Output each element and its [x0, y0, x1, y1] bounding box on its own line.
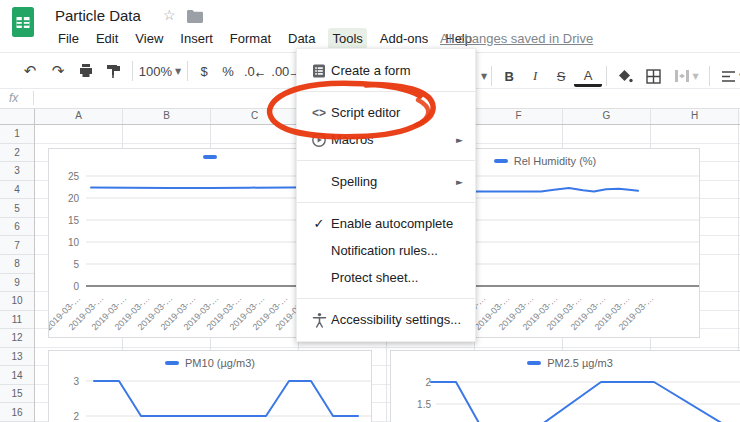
macro-play-icon [307, 132, 331, 148]
menu-item-label: Macros [331, 132, 456, 147]
select-all-corner[interactable] [0, 107, 35, 125]
code-icon: <> [307, 106, 331, 120]
svg-text:15: 15 [68, 215, 80, 226]
zoom-select[interactable]: 100%▼ [137, 58, 183, 84]
svg-text:25: 25 [68, 171, 80, 182]
form-icon [307, 63, 331, 79]
arrow-left-icon: ← [256, 69, 264, 80]
toolbar-separator [187, 61, 188, 81]
menubar-item-tools[interactable]: Tools [328, 28, 366, 49]
menu-item-spelling[interactable]: Spelling► [297, 168, 475, 195]
row-header-14[interactable]: 14 [0, 366, 34, 385]
menu-item-label: Create a form [331, 63, 475, 78]
menu-item-macros[interactable]: Macros► [297, 126, 475, 153]
row-header-2[interactable]: 2 [0, 144, 34, 163]
sheets-logo-icon[interactable] [11, 7, 35, 37]
chevron-down-icon: ▼ [481, 72, 487, 81]
paint-format-icon [106, 63, 122, 79]
check-icon: ✓ [307, 216, 331, 231]
align-left-icon [721, 70, 736, 83]
strikethrough-button[interactable]: S [548, 63, 574, 89]
svg-text:1.5: 1.5 [417, 399, 431, 410]
save-status-link[interactable]: All changes saved in Drive [440, 31, 593, 46]
row-header-9[interactable]: 9 [0, 274, 34, 293]
menu-separator [297, 202, 475, 203]
row-header-6[interactable]: 6 [0, 218, 34, 237]
redo-button[interactable]: ↷ [44, 58, 72, 84]
menu-item-accessibility-settings[interactable]: Accessibility settings... [297, 306, 475, 333]
row-header-10[interactable]: 10 [0, 292, 34, 311]
row-header-15[interactable]: 15 [0, 385, 34, 404]
chart-pm25[interactable]: 21.5PM2.5 µg/m3 [390, 350, 740, 422]
chart-legend: PM10 (µg/m3) [49, 357, 371, 369]
chart-pm10[interactable]: 32PM10 (µg/m3) [48, 350, 372, 422]
row-header-1[interactable]: 1 [0, 125, 34, 144]
svg-text:20: 20 [68, 193, 80, 204]
paint-format-button[interactable] [100, 58, 128, 84]
row-header-16[interactable]: 16 [0, 403, 34, 422]
column-header-f[interactable]: F [475, 107, 563, 124]
borders-icon [646, 69, 661, 84]
row-header-11[interactable]: 11 [0, 311, 34, 330]
submenu-arrow-icon: ► [456, 177, 463, 187]
svg-text:3: 3 [73, 376, 79, 387]
menu-item-script-editor[interactable]: <>Script editor [297, 99, 475, 126]
menubar-item-view[interactable]: View [131, 28, 167, 49]
print-icon [78, 63, 94, 79]
menu-bar: FileEditViewInsertFormatDataToolsAdd-ons… [54, 28, 476, 49]
horizontal-align-button[interactable]: ▼ [714, 63, 740, 89]
chart-legend: PM2.5 µg/m3 [391, 357, 740, 369]
column-header-g[interactable]: G [563, 107, 651, 124]
menu-item-notification-rules[interactable]: Notification rules... [297, 237, 475, 264]
menu-item-protect-sheet[interactable]: Protect sheet... [297, 264, 475, 291]
row-header-5[interactable]: 5 [0, 199, 34, 218]
merge-cells-button[interactable]: ▼ [667, 63, 705, 89]
menu-item-create-a-form[interactable]: Create a form [297, 57, 475, 84]
fill-color-button[interactable] [611, 63, 639, 89]
bold-button[interactable]: B [496, 63, 522, 89]
menubar-item-format[interactable]: Format [226, 28, 275, 49]
menubar-item-insert[interactable]: Insert [176, 28, 217, 49]
column-header-b[interactable]: B [123, 107, 211, 124]
svg-text:5: 5 [73, 259, 79, 270]
menu-item-enable-autocomplete[interactable]: ✓Enable autocomplete [297, 210, 475, 237]
document-title[interactable]: Particle Data [55, 7, 141, 24]
row-header-4[interactable]: 4 [0, 181, 34, 200]
fx-label: fx [9, 91, 18, 105]
column-header-a[interactable]: A [35, 107, 123, 124]
toolbar-separator [606, 66, 607, 86]
menu-item-label: Spelling [331, 174, 456, 189]
column-header-c[interactable]: C [211, 107, 299, 124]
decrease-decimal-button[interactable]: .0← [240, 58, 268, 84]
row-header-8[interactable]: 8 [0, 255, 34, 274]
print-button[interactable] [72, 58, 100, 84]
row-header-13[interactable]: 13 [0, 348, 34, 367]
format-percent-button[interactable]: % [216, 58, 240, 84]
svg-text:2: 2 [73, 411, 79, 422]
italic-button[interactable]: I [522, 63, 548, 89]
menubar-item-edit[interactable]: Edit [92, 28, 122, 49]
row-headers: 12345678910111213141516 [0, 125, 35, 422]
legend-line-marker-icon [527, 361, 541, 365]
menu-separator [297, 160, 475, 161]
legend-label: Rel Humidity (%) [514, 155, 597, 167]
formula-bar-separator [33, 91, 34, 105]
merge-cells-icon [674, 69, 690, 83]
text-color-button[interactable]: A [574, 66, 602, 87]
menubar-item-add-ons[interactable]: Add-ons [376, 28, 432, 49]
menubar-item-file[interactable]: File [54, 28, 83, 49]
column-header-h[interactable]: H [651, 107, 739, 124]
menubar-item-data[interactable]: Data [284, 28, 319, 49]
borders-button[interactable] [639, 63, 667, 89]
row-header-12[interactable]: 12 [0, 329, 34, 348]
legend-label: PM10 (µg/m3) [185, 357, 255, 369]
menu-item-label: Accessibility settings... [331, 312, 475, 327]
undo-button[interactable]: ↶ [16, 58, 44, 84]
row-header-3[interactable]: 3 [0, 162, 34, 181]
folder-icon[interactable] [186, 10, 203, 23]
svg-text:0: 0 [73, 281, 79, 292]
format-currency-button[interactable]: $ [192, 58, 216, 84]
star-icon[interactable]: ☆ [163, 7, 176, 23]
title-bar: Particle Data ☆ FileEditViewInsertFormat… [0, 0, 740, 52]
row-header-7[interactable]: 7 [0, 236, 34, 255]
